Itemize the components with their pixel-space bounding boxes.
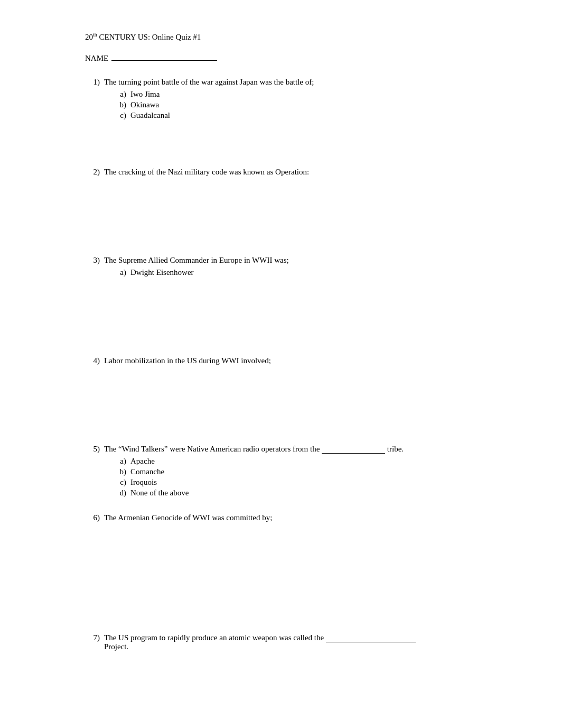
- list-item: d) None of the above: [115, 489, 476, 497]
- question-4: 4) Labor mobilization in the US during W…: [85, 356, 476, 365]
- question-6-text: The Armenian Genocide of WWI was committ…: [104, 513, 476, 522]
- option-letter: b): [115, 467, 126, 476]
- name-label: NAME: [85, 54, 108, 63]
- question-1-options: a) Iwo Jima b) Okinawa c) Guadalcanal: [115, 90, 476, 120]
- option-letter: b): [115, 100, 126, 109]
- spacer-6c: [85, 602, 476, 633]
- question-5-options: a) Apache b) Comanche c) Iroquois d) Non…: [115, 457, 476, 497]
- list-item: a) Dwight Eisenhower: [115, 268, 476, 277]
- option-letter: a): [115, 457, 126, 466]
- option-text: Okinawa: [130, 100, 159, 109]
- question-6: 6) The Armenian Genocide of WWI was comm…: [85, 513, 476, 522]
- list-item: a) Iwo Jima: [115, 90, 476, 99]
- question-1-text: The turning point battle of the war agai…: [104, 78, 476, 87]
- option-text: Iwo Jima: [130, 90, 160, 99]
- name-underline: [111, 51, 217, 61]
- option-text: Iroquois: [130, 478, 157, 487]
- question-6-row: 6) The Armenian Genocide of WWI was comm…: [85, 513, 476, 522]
- question-3-num: 3): [85, 256, 100, 265]
- list-item: c) Guadalcanal: [115, 111, 476, 120]
- question-2-num: 2): [85, 168, 100, 177]
- option-letter: d): [115, 489, 126, 497]
- question-3-options: a) Dwight Eisenhower: [115, 268, 476, 277]
- questions-container: 1) The turning point battle of the war a…: [85, 78, 476, 651]
- question-7-num: 7): [85, 633, 100, 651]
- page-container: 20th CENTURY US: Online Quiz #1 NAME 1) …: [43, 0, 518, 699]
- question-7-text: The US program to rapidly produce an ato…: [104, 633, 476, 651]
- question-1-num: 1): [85, 78, 100, 87]
- option-letter: c): [115, 111, 126, 120]
- question-3: 3) The Supreme Allied Commander in Europ…: [85, 256, 476, 277]
- blank-7: [326, 634, 416, 642]
- option-letter: c): [115, 478, 126, 487]
- question-5-text: The “Wind Talkers” were Native American …: [104, 445, 476, 454]
- question-4-text: Labor mobilization in the US during WWI …: [104, 356, 476, 365]
- spacer-3: [85, 293, 476, 325]
- question-5: 5) The “Wind Talkers” were Native Americ…: [85, 445, 476, 497]
- list-item: b) Comanche: [115, 467, 476, 476]
- question-5-row: 5) The “Wind Talkers” were Native Americ…: [85, 445, 476, 454]
- page-title: 20th CENTURY US: Online Quiz #1: [85, 32, 476, 42]
- question-2: 2) The cracking of the Nazi military cod…: [85, 168, 476, 177]
- question-6-num: 6): [85, 513, 100, 522]
- question-3-row: 3) The Supreme Allied Commander in Europ…: [85, 256, 476, 265]
- question-7-row: 7) The US program to rapidly produce an …: [85, 633, 476, 651]
- option-text: Dwight Eisenhower: [130, 268, 194, 277]
- question-5-num: 5): [85, 445, 100, 454]
- option-text: Comanche: [130, 467, 164, 476]
- list-item: c) Iroquois: [115, 478, 476, 487]
- spacer-2: [85, 192, 476, 224]
- question-3-text: The Supreme Allied Commander in Europe i…: [104, 256, 476, 265]
- question-4-row: 4) Labor mobilization in the US during W…: [85, 356, 476, 365]
- question-7: 7) The US program to rapidly produce an …: [85, 633, 476, 651]
- option-letter: a): [115, 90, 126, 99]
- question-1: 1) The turning point battle of the war a…: [85, 78, 476, 120]
- spacer-4b: [85, 413, 476, 445]
- spacer-3b: [85, 325, 476, 356]
- name-line: NAME: [85, 51, 476, 63]
- spacer-6: [85, 538, 476, 570]
- spacer-4: [85, 381, 476, 413]
- option-text: Guadalcanal: [130, 111, 170, 120]
- question-2-text: The cracking of the Nazi military code w…: [104, 168, 476, 177]
- option-text: None of the above: [130, 489, 189, 497]
- option-text: Apache: [130, 457, 155, 466]
- option-letter: a): [115, 268, 126, 277]
- spacer-1: [85, 136, 476, 168]
- list-item: a) Apache: [115, 457, 476, 466]
- spacer-6b: [85, 570, 476, 602]
- spacer-2b: [85, 224, 476, 256]
- question-2-row: 2) The cracking of the Nazi military cod…: [85, 168, 476, 177]
- list-item: b) Okinawa: [115, 100, 476, 109]
- question-4-num: 4): [85, 356, 100, 365]
- question-1-row: 1) The turning point battle of the war a…: [85, 78, 476, 87]
- blank-5: [322, 445, 385, 454]
